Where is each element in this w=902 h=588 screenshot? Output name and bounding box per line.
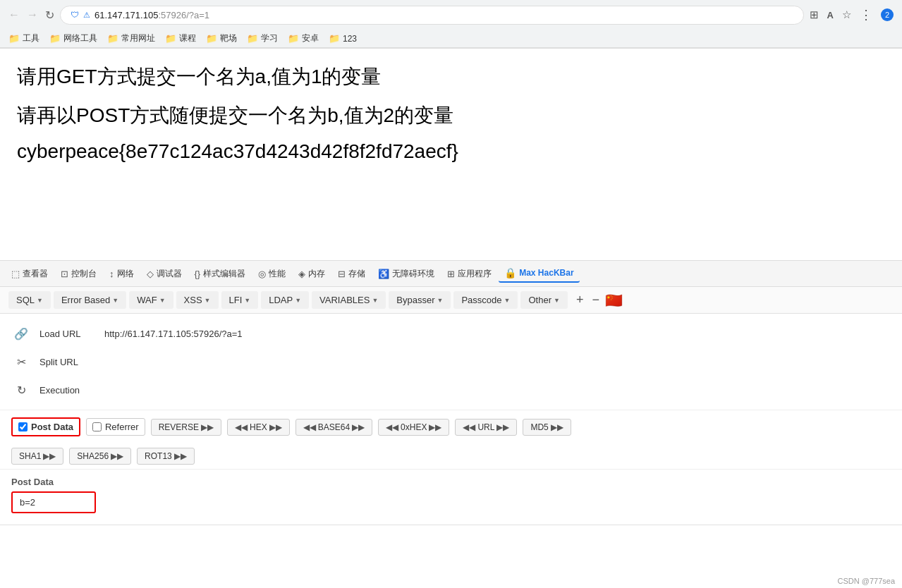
menu-variables[interactable]: VARIABLES ▼ [312,291,386,309]
bookmarks-bar: 📁 工具 📁 网络工具 📁 常用网址 📁 课程 📁 靶场 📁 学习 📁 安卓 [0,30,902,48]
ldap-dropdown-arrow: ▼ [295,297,301,304]
tool-network[interactable]: ↕ 网络 [104,265,140,283]
more-options-icon[interactable]: ⋮ [860,7,872,23]
hackbar-encode-row2: SHA1 ▶▶ SHA256 ▶▶ ROT13 ▶▶ [0,443,902,469]
profile-badge[interactable]: 2 [881,8,894,21]
url-left-arrows: ◀◀ [463,422,475,432]
style-icon: {} [195,269,201,279]
address-bar[interactable]: 🛡 ⚠ 61.147.171.105:57926/?a=1 [60,6,804,25]
folder-icon: 📁 [288,33,299,44]
menu-error-based[interactable]: Error Based ▼ [54,291,126,309]
reverse-arrows: ▶▶ [201,422,214,432]
tool-inspector[interactable]: ⬚ 查看器 [6,265,54,283]
variables-label: VARIABLES [319,295,370,305]
tool-label: 查看器 [23,268,48,280]
sha256-label: SHA256 [77,451,109,461]
postdata-section-label: Post Data [11,477,891,487]
encode-sha256-button[interactable]: SHA256 ▶▶ [69,448,131,465]
postdata-check-container: Post Data [11,417,80,436]
folder-icon: 📁 [8,33,20,44]
encode-md5-button[interactable]: MD5 ▶▶ [523,419,571,436]
split-url-row: ✂ Split URL [11,348,891,376]
page-content: 请用GET方式提交一个名为a,值为1的变量 请再以POST方式随便提交一个名为b… [0,49,902,260]
passcode-label: Passcode [461,295,501,305]
page-instruction-2: 请再以POST方式随便提交一个名为b,值为2的变量 [17,102,885,129]
bookmark-network-tools[interactable]: 📁 网络工具 [49,32,97,44]
encode-reverse-button[interactable]: REVERSE ▶▶ [151,419,221,436]
encode-sha1-button[interactable]: SHA1 ▶▶ [11,448,63,465]
bookmark-tools[interactable]: 📁 工具 [8,32,39,44]
menu-xss[interactable]: XSS ▼ [176,291,219,309]
menu-passcode[interactable]: Passcode ▼ [453,291,518,309]
execution-label: Execution [39,385,96,396]
encode-rot13-button[interactable]: ROT13 ▶▶ [137,448,195,465]
hackbar-lock-icon: 🔒 [504,267,516,278]
rot13-right-arrows: ▶▶ [174,451,187,461]
shield-icon2: ⚠ [83,11,90,20]
postdata-checkbox[interactable] [18,422,28,431]
hackbar-checkbox-row: Post Data Referrer REVERSE ▶▶ ◀◀ HEX ▶▶ … [0,410,902,443]
referrer-label[interactable]: Referrer [105,422,139,432]
hackbar-url-section: 🔗 Load URL http://61.147.171.105:57926/?… [0,314,902,410]
bookmark-label: 课程 [179,32,196,44]
folder-icon: 📁 [49,33,61,44]
memory-icon: ◈ [298,269,305,279]
bookmark-android[interactable]: 📁 安卓 [288,32,319,44]
browser-nav-buttons: ← → ↻ [8,8,54,22]
tool-console[interactable]: ⊡ 控制台 [55,265,102,283]
encode-base64-button[interactable]: ◀◀ BASE64 ▶▶ [295,419,372,436]
back-button[interactable]: ← [8,8,20,21]
forward-button[interactable]: → [27,8,38,21]
bookmark-study[interactable]: 📁 学习 [247,32,278,44]
tool-applications[interactable]: ⊞ 应用程序 [441,265,497,283]
extensions-icon[interactable]: ⊞ [810,8,819,21]
page-flag: cyberpeace{8e77c124ac37d4243d42f8f2fd72a… [17,140,885,163]
tool-memory[interactable]: ◈ 内存 [293,265,331,283]
bookmark-target[interactable]: 📁 靶场 [206,32,237,44]
menu-lfi[interactable]: LFI ▼ [221,291,259,309]
apps-icon: ⊞ [447,269,455,279]
menu-other[interactable]: Other ▼ [520,291,567,309]
bookmark-course[interactable]: 📁 课程 [165,32,196,44]
tool-label: 网络 [117,268,134,280]
tool-storage[interactable]: ⊟ 存储 [332,265,371,283]
console-icon: ⊡ [61,269,68,279]
passcode-dropdown-arrow: ▼ [504,297,511,304]
hackbar-panel: SQL ▼ Error Based ▼ WAF ▼ XSS ▼ LFI ▼ LD… [0,287,902,525]
bookmark-123[interactable]: 📁 123 [329,33,357,44]
tool-hackbar[interactable]: 🔒 Max HacKBar [499,264,579,283]
referrer-checkbox[interactable] [92,422,102,431]
menu-ldap[interactable]: LDAP ▼ [261,291,309,309]
bookmark-label: 网络工具 [63,32,97,44]
tool-accessibility[interactable]: ♿ 无障碍环境 [372,265,440,283]
reload-button[interactable]: ↻ [45,8,54,22]
bypasser-label: Bypasser [396,295,434,305]
postdata-label[interactable]: Post Data [31,422,73,432]
encode-hex-button[interactable]: ◀◀ HEX ▶▶ [227,419,290,436]
encode-0xhex-button[interactable]: ◀◀ 0xHEX ▶▶ [378,419,449,436]
inspector-icon: ⬚ [11,269,20,279]
translate-icon[interactable]: A [827,10,834,20]
tool-label: 无障碍环境 [392,268,434,280]
hackbar-plus-button[interactable]: + [573,293,587,307]
hackbar-minus-button[interactable]: − [589,293,602,307]
encode-url-button[interactable]: ◀◀ URL ▶▶ [455,419,517,436]
bookmark-star-icon[interactable]: ☆ [842,8,851,21]
menu-waf[interactable]: WAF ▼ [129,291,173,309]
tool-debugger[interactable]: ◇ 调试器 [141,265,188,283]
bookmark-common-urls[interactable]: 📁 常用网址 [107,32,155,44]
referrer-check-container: Referrer [86,418,145,436]
sql-dropdown-arrow: ▼ [37,297,43,304]
tool-label: 内存 [308,268,325,280]
page-instruction-1: 请用GET方式提交一个名为a,值为1的变量 [17,63,885,90]
address-text: 61.147.171.105:57926/?a=1 [95,10,209,20]
0xhex-right-arrows: ▶▶ [429,422,441,432]
postdata-input[interactable] [11,491,96,513]
menu-sql[interactable]: SQL ▼ [8,291,51,309]
variables-dropdown-arrow: ▼ [372,297,378,304]
sha1-label: SHA1 [19,451,41,461]
tool-style-editor[interactable]: {} 样式编辑器 [189,265,252,283]
menu-bypasser[interactable]: Bypasser ▼ [389,291,451,309]
tool-performance[interactable]: ◎ 性能 [252,265,291,283]
browser-chrome: ← → ↻ 🛡 ⚠ 61.147.171.105:57926/?a=1 ⊞ A … [0,0,902,49]
